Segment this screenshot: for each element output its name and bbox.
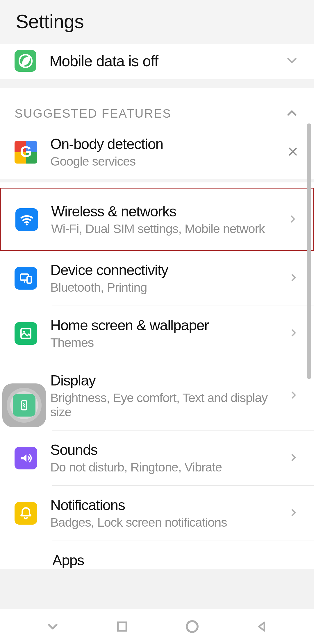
svg-rect-9 xyxy=(27,276,31,283)
chevron-right-icon xyxy=(288,327,299,340)
suggested-item-title: On-body detection xyxy=(50,136,273,153)
svg-line-14 xyxy=(23,403,25,405)
item-title: Display xyxy=(50,372,275,389)
item-title: Wireless & networks xyxy=(51,203,274,220)
divider xyxy=(0,179,314,182)
item-home-wallpaper[interactable]: Home screen & wallpaper Themes xyxy=(0,306,314,361)
leaf-off-icon xyxy=(15,50,36,72)
wifi-icon xyxy=(15,208,38,231)
spacer xyxy=(0,182,314,188)
svg-point-17 xyxy=(187,621,197,632)
item-subtitle: Bluetooth, Printing xyxy=(50,280,275,295)
svg-rect-11 xyxy=(21,329,31,338)
bell-icon xyxy=(15,502,37,525)
recent-apps-icon[interactable] xyxy=(115,619,129,634)
wallpaper-icon xyxy=(15,322,37,345)
assistive-touch-button[interactable] xyxy=(2,383,46,427)
chevron-right-icon xyxy=(288,507,299,520)
back-icon[interactable] xyxy=(255,619,269,634)
item-display[interactable]: Display Brightness, Eye comfort, Text an… xyxy=(0,361,314,430)
item-wireless-networks[interactable]: Wireless & networks Wi-Fi, Dual SIM sett… xyxy=(0,188,314,251)
system-navbar xyxy=(0,609,314,644)
item-title: Device connectivity xyxy=(50,262,275,279)
svg-text:G: G xyxy=(20,143,32,160)
divider xyxy=(0,79,314,88)
item-notifications[interactable]: Notifications Badges, Lock screen notifi… xyxy=(0,486,314,541)
chevron-right-icon xyxy=(288,389,299,402)
item-title: Notifications xyxy=(50,497,275,514)
svg-line-15 xyxy=(23,405,25,407)
svg-point-7 xyxy=(26,223,28,225)
item-apps-partial[interactable]: Apps xyxy=(0,541,314,569)
mobile-data-banner[interactable]: Mobile data is off xyxy=(0,44,314,79)
chevron-right-icon xyxy=(288,272,299,285)
chevron-right-icon xyxy=(288,452,299,464)
scrollbar[interactable] xyxy=(307,123,311,379)
item-title: Home screen & wallpaper xyxy=(50,317,275,334)
item-subtitle: Themes xyxy=(50,336,275,350)
item-device-connectivity[interactable]: Device connectivity Bluetooth, Printing xyxy=(0,251,314,306)
google-icon: G xyxy=(15,141,37,164)
home-icon[interactable] xyxy=(184,618,200,635)
chevron-right-icon xyxy=(287,213,299,226)
svg-point-10 xyxy=(24,281,25,283)
page-title: Settings xyxy=(16,10,298,33)
svg-rect-13 xyxy=(22,401,27,410)
keyboard-down-icon[interactable] xyxy=(45,619,60,634)
close-icon[interactable] xyxy=(286,145,299,159)
item-subtitle: Wi-Fi, Dual SIM settings, Mobile network xyxy=(51,222,274,236)
suggested-item-onbody[interactable]: G On-body detection Google services xyxy=(0,126,314,179)
suggested-title: SUGGESTED FEATURES xyxy=(15,107,280,121)
item-subtitle: Badges, Lock screen notifications xyxy=(50,515,275,530)
chevron-up-icon[interactable] xyxy=(284,105,299,122)
item-subtitle: Brightness, Eye comfort, Text and displa… xyxy=(50,391,275,419)
item-title: Sounds xyxy=(50,442,275,458)
svg-point-12 xyxy=(23,331,25,332)
display-icon xyxy=(13,394,35,417)
suggested-section: SUGGESTED FEATURES G On-body detection G… xyxy=(0,88,314,179)
devices-icon xyxy=(15,267,37,290)
svg-rect-16 xyxy=(118,622,126,631)
sound-icon xyxy=(15,447,37,469)
suggested-item-subtitle: Google services xyxy=(50,154,273,168)
item-subtitle: Do not disturb, Ringtone, Vibrate xyxy=(50,460,275,474)
mobile-data-text: Mobile data is off xyxy=(49,52,271,70)
suggested-header[interactable]: SUGGESTED FEATURES xyxy=(0,88,314,126)
chevron-down-icon[interactable] xyxy=(284,53,299,69)
settings-header: Settings xyxy=(0,0,314,44)
item-sounds[interactable]: Sounds Do not disturb, Ringtone, Vibrate xyxy=(0,430,314,485)
settings-list: Wireless & networks Wi-Fi, Dual SIM sett… xyxy=(0,188,314,569)
